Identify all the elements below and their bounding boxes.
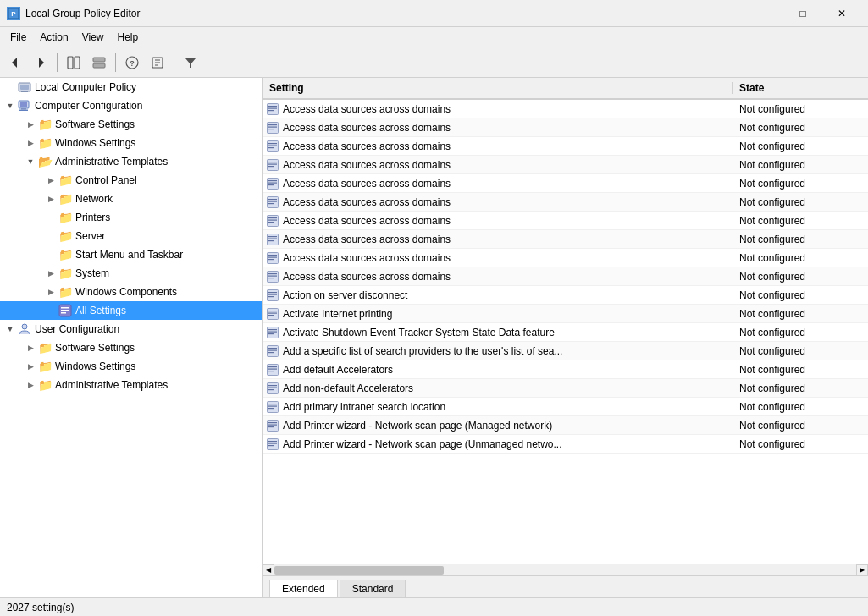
svg-rect-91 <box>268 401 279 412</box>
forward-button[interactable] <box>29 51 53 74</box>
tree-item-network[interactable]: ▶ 📁 Network <box>0 190 262 208</box>
table-row[interactable]: Access data sources across domains Not c… <box>263 267 868 286</box>
cell-state: Not configured <box>733 252 868 264</box>
svg-rect-89 <box>268 387 277 388</box>
table-row[interactable]: Access data sources across domains Not c… <box>263 156 868 174</box>
svg-rect-5 <box>75 57 80 69</box>
table-scroll[interactable]: Access data sources across domains Not c… <box>263 100 868 564</box>
policy-row-icon <box>266 437 279 451</box>
scroll-left-arrow[interactable]: ◀ <box>263 564 274 576</box>
tab-standard[interactable]: Standard <box>340 580 406 597</box>
tree-item-server[interactable]: 📁 Server <box>0 227 262 245</box>
svg-rect-46 <box>268 184 274 185</box>
windows-components-label: Windows Components <box>75 286 177 298</box>
svg-rect-31 <box>268 122 279 133</box>
col-header-state[interactable]: State <box>733 82 868 94</box>
table-row[interactable]: Access data sources across domains Not c… <box>263 249 868 267</box>
policy-row-icon <box>266 214 279 228</box>
filter-button[interactable] <box>179 51 202 74</box>
show-hide-tree-button[interactable] <box>62 51 86 74</box>
scroll-thumb[interactable] <box>274 566 444 575</box>
server-label: Server <box>75 230 105 242</box>
ws1-expand: ▶ <box>24 136 37 150</box>
tree-item-windows-settings-1[interactable]: ▶ 📁 Windows Settings <box>0 134 262 152</box>
svg-rect-70 <box>268 296 274 297</box>
main-content: Local Computer Policy ▼ Computer Configu… <box>0 78 868 597</box>
svg-rect-66 <box>268 278 274 278</box>
cell-state: Not configured <box>733 234 868 245</box>
svg-rect-57 <box>268 238 277 239</box>
tree-item-admin-templates-1[interactable]: ▼ 📂 Administrative Templates <box>0 152 262 171</box>
help-button[interactable]: ? <box>120 51 144 74</box>
tab-extended[interactable]: Extended <box>269 580 338 597</box>
tree-item-admin-templates-2[interactable]: ▶ 📁 Administrative Templates <box>0 376 262 394</box>
properties-button[interactable] <box>146 51 169 74</box>
at2-expand: ▶ <box>24 378 37 392</box>
table-row[interactable]: Activate Internet printing Not configure… <box>263 305 868 323</box>
minimize-button[interactable]: — <box>744 0 783 27</box>
svg-rect-19 <box>20 102 27 107</box>
table-row[interactable]: Action on server disconnect Not configur… <box>263 286 868 305</box>
show-hide-button[interactable] <box>87 51 111 74</box>
table-row[interactable]: Access data sources across domains Not c… <box>263 118 868 137</box>
cell-setting: Access data sources across domains <box>263 121 733 135</box>
svg-rect-55 <box>268 234 279 245</box>
policy-row-icon <box>266 400 279 414</box>
table-row[interactable]: Add a specific list of search providers … <box>263 342 868 360</box>
tree-item-software-settings-1[interactable]: ▶ 📁 Software Settings <box>0 115 262 134</box>
tree-item-software-settings-2[interactable]: ▶ 📁 Software Settings <box>0 338 262 357</box>
tree-item-computer-config[interactable]: ▼ Computer Configuration <box>0 96 262 115</box>
tree-item-all-settings[interactable]: All Settings <box>0 301 262 320</box>
col-header-setting[interactable]: Setting <box>263 82 733 94</box>
table-row[interactable]: Access data sources across domains Not c… <box>263 193 868 212</box>
menu-file[interactable]: File <box>3 30 33 45</box>
tree-item-windows-components[interactable]: ▶ 📁 Windows Components <box>0 283 262 301</box>
table-row[interactable]: Activate Shutdown Event Tracker System S… <box>263 323 868 342</box>
table-row[interactable]: Access data sources across domains Not c… <box>263 174 868 193</box>
admin-templates-1-label: Administrative Templates <box>55 156 168 168</box>
table-row[interactable]: Access data sources across domains Not c… <box>263 137 868 156</box>
menu-action[interactable]: Action <box>33 30 75 45</box>
tree-item-start-menu[interactable]: 📁 Start Menu and Taskbar <box>0 245 262 264</box>
menu-view[interactable]: View <box>75 30 111 45</box>
folder-icon-sys: 📁 <box>58 266 73 281</box>
svg-rect-42 <box>268 166 274 167</box>
tree-item-windows-settings-2[interactable]: ▶ 📁 Windows Settings <box>0 357 262 376</box>
table-row[interactable]: Add Printer wizard - Network scan page (… <box>263 416 868 435</box>
scroll-track[interactable] <box>274 564 856 576</box>
back-button[interactable] <box>3 51 27 74</box>
maximize-button[interactable]: □ <box>783 0 822 27</box>
svg-rect-6 <box>93 58 105 62</box>
software-settings-1-label: Software Settings <box>55 118 135 130</box>
cell-state: Not configured <box>733 178 868 190</box>
tree-item-control-panel[interactable]: ▶ 📁 Control Panel <box>0 171 262 190</box>
sys-expand: ▶ <box>44 267 58 280</box>
table-row[interactable]: Access data sources across domains Not c… <box>263 230 868 249</box>
tree-item-system[interactable]: ▶ 📁 System <box>0 264 262 283</box>
uc-expand: ▼ <box>3 322 17 336</box>
svg-rect-34 <box>268 129 274 129</box>
table-row[interactable]: Access data sources across domains Not c… <box>263 100 868 118</box>
policy-row-icon <box>266 140 279 153</box>
tabs-bar: Extended Standard <box>263 575 868 597</box>
root-expand <box>3 80 17 94</box>
tree-item-printers[interactable]: 📁 Printers <box>0 208 262 227</box>
table-row[interactable]: Add Printer wizard - Network scan page (… <box>263 435 868 454</box>
folder-icon-sm: 📁 <box>58 247 73 262</box>
policy-row-icon <box>266 382 279 395</box>
tree-root[interactable]: Local Computer Policy <box>0 78 262 96</box>
cell-setting: Access data sources across domains <box>263 214 733 228</box>
table-row[interactable]: Add non-default Accelerators Not configu… <box>263 379 868 398</box>
table-row[interactable]: Add primary intranet search location Not… <box>263 398 868 416</box>
svg-rect-62 <box>268 259 274 260</box>
cc-expand: ▼ <box>3 99 17 113</box>
table-row[interactable]: Add default Accelerators Not configured <box>263 360 868 379</box>
scroll-right-arrow[interactable]: ▶ <box>856 564 868 576</box>
svg-rect-27 <box>268 103 279 114</box>
svg-rect-85 <box>268 368 277 369</box>
tree-item-user-config[interactable]: ▼ User Configuration <box>0 320 262 338</box>
menu-help[interactable]: Help <box>111 30 146 45</box>
close-button[interactable]: ✕ <box>822 0 861 27</box>
setting-text: Add Printer wizard - Network scan page (… <box>283 420 552 432</box>
table-row[interactable]: Access data sources across domains Not c… <box>263 212 868 230</box>
